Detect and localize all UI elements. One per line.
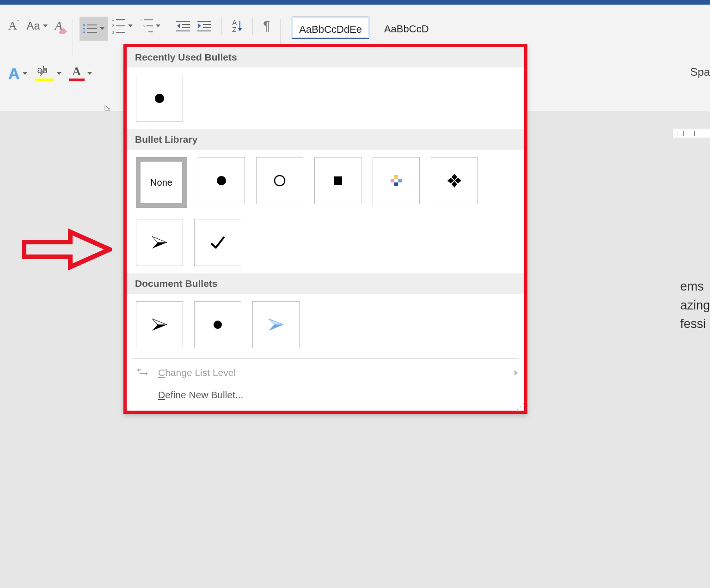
recent-bullet-disc[interactable] xyxy=(136,75,183,111)
font-color-button[interactable]: A xyxy=(65,64,96,83)
svg-marker-0 xyxy=(59,28,67,34)
sort-button[interactable]: AZ xyxy=(228,17,246,35)
separator xyxy=(73,19,73,56)
svg-rect-14 xyxy=(39,68,46,75)
highlight-swatch xyxy=(35,79,54,81)
separator xyxy=(252,17,253,35)
increase-indent-icon xyxy=(197,20,211,32)
styles-gallery: AaBbCcDdEe AaBbCcD xyxy=(292,17,438,39)
pilcrow-icon: ¶ xyxy=(263,18,270,33)
show-hide-button[interactable]: ¶ xyxy=(259,17,274,35)
svg-point-18 xyxy=(155,94,164,103)
style-sample: AaBbCcDdEe xyxy=(296,24,365,36)
chevron-down-icon xyxy=(43,24,48,27)
change-case-button[interactable]: Aa xyxy=(23,17,51,35)
font-color-label: A xyxy=(72,66,81,78)
bullets-icon xyxy=(83,24,97,33)
chevron-down-icon xyxy=(57,72,61,75)
titlebar xyxy=(0,0,710,5)
font-color-swatch xyxy=(69,79,85,81)
eraser-icon xyxy=(59,28,67,34)
svg-marker-10 xyxy=(198,24,201,28)
separator xyxy=(221,17,222,35)
highlight-color-button[interactable]: ab xyxy=(31,64,65,83)
chevron-down-icon xyxy=(128,24,133,27)
grow-font-button[interactable]: Aˆ xyxy=(5,17,23,35)
svg-rect-3 xyxy=(182,27,190,28)
grow-font-label: A xyxy=(8,19,17,32)
style-name-fragment: Spa xyxy=(690,66,710,79)
clear-formatting-button[interactable]: A xyxy=(51,17,66,35)
svg-rect-1 xyxy=(176,21,190,22)
style-no-spacing[interactable]: AaBbCcD xyxy=(375,17,438,38)
svg-rect-2 xyxy=(182,24,190,25)
section-recently-used: Recently Used Bullets xyxy=(127,47,524,67)
svg-marker-12 xyxy=(238,28,242,31)
chevron-down-icon xyxy=(100,27,104,30)
dialog-launcher-icon xyxy=(104,104,111,111)
style-sample: AaBbCcD xyxy=(379,23,434,35)
multilevel-icon: 1 a i xyxy=(140,18,153,34)
sort-icon: AZ xyxy=(232,19,242,33)
svg-rect-7 xyxy=(203,24,211,25)
svg-marker-5 xyxy=(177,24,180,28)
decrease-indent-button[interactable] xyxy=(172,17,194,35)
chevron-down-icon xyxy=(23,72,27,75)
style-normal[interactable]: AaBbCcDdEe xyxy=(292,17,369,39)
chevron-down-icon xyxy=(87,72,92,75)
increase-indent-button[interactable] xyxy=(194,17,215,35)
decrease-indent-icon xyxy=(176,20,190,32)
disc-bullet-icon xyxy=(153,92,165,104)
text-effects-button[interactable]: A xyxy=(5,64,31,83)
numbering-icon: 1 2 3 xyxy=(112,17,125,35)
svg-rect-8 xyxy=(203,27,211,28)
highlight-icon: ab xyxy=(37,66,51,78)
bullets-dropdown: Recently Used Bullets Bullet Library Non… xyxy=(123,44,527,111)
svg-rect-9 xyxy=(197,30,211,31)
svg-rect-6 xyxy=(197,21,211,22)
paragraph-dialog-launcher[interactable] xyxy=(104,104,111,111)
multilevel-list-button[interactable]: 1 a i xyxy=(136,17,164,35)
numbering-button[interactable]: 1 2 3 xyxy=(108,17,136,35)
svg-rect-4 xyxy=(176,30,190,31)
change-case-label: Aa xyxy=(26,19,40,32)
chevron-down-icon xyxy=(156,24,160,27)
text-effects-label: A xyxy=(8,65,20,83)
bullets-button[interactable] xyxy=(80,17,108,41)
